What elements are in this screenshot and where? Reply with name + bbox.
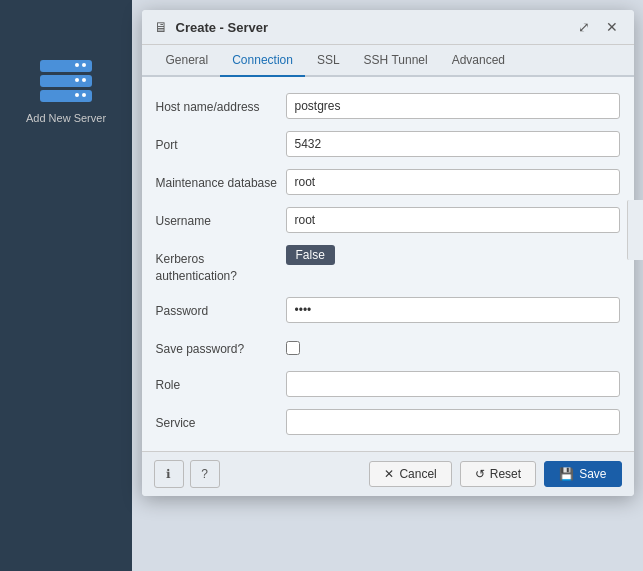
save-button[interactable]: 💾 Save	[544, 461, 621, 487]
label-service: Service	[156, 409, 286, 432]
label-role: Role	[156, 371, 286, 394]
tab-ssh-tunnel[interactable]: SSH Tunnel	[352, 45, 440, 77]
sidebar: Add New Server	[0, 0, 132, 571]
label-password: Password	[156, 297, 286, 320]
label-kerberos: Kerberos authentication?	[156, 245, 286, 285]
host-input[interactable]	[286, 93, 620, 119]
field-row-password: Password	[142, 291, 634, 329]
label-username: Username	[156, 207, 286, 230]
cancel-label: Cancel	[399, 467, 436, 481]
server-dialog-icon: 🖥	[154, 19, 168, 35]
expand-button[interactable]: ⤢	[574, 18, 594, 36]
dialog-footer: ℹ ? ✕ Cancel ↺ Reset 💾 Save	[142, 451, 634, 496]
help-icon: ?	[201, 467, 208, 481]
label-host: Host name/address	[156, 93, 286, 116]
close-button[interactable]: ✕	[602, 18, 622, 36]
server-layer-2	[40, 75, 92, 87]
input-wrap-host	[286, 93, 620, 119]
save-label: Save	[579, 467, 606, 481]
port-input[interactable]	[286, 131, 620, 157]
save-password-checkbox[interactable]	[286, 341, 300, 355]
server-icon[interactable]	[40, 60, 92, 102]
field-row-host: Host name/address	[142, 87, 634, 125]
label-save-password: Save password?	[156, 335, 286, 358]
info-icon: ℹ	[166, 467, 171, 481]
right-panel-hint	[627, 200, 643, 260]
role-input[interactable]	[286, 371, 620, 397]
input-wrap-service	[286, 409, 620, 435]
checkbox-wrap-save-password	[286, 335, 620, 358]
kerberos-control-wrap: False	[286, 245, 620, 265]
field-row-save-password: Save password?	[142, 329, 634, 365]
cancel-icon: ✕	[384, 467, 394, 481]
dialog-title-actions: ⤢ ✕	[574, 18, 622, 36]
server-layer-3	[40, 90, 92, 102]
label-maintenance-db: Maintenance database	[156, 169, 286, 192]
tabs-bar: General Connection SSL SSH Tunnel Advanc…	[142, 45, 634, 77]
info-button[interactable]: ℹ	[154, 460, 184, 488]
field-row-role: Role	[142, 365, 634, 403]
reset-button[interactable]: ↺ Reset	[460, 461, 536, 487]
input-wrap-role	[286, 371, 620, 397]
cancel-button[interactable]: ✕ Cancel	[369, 461, 451, 487]
field-row-service: Service	[142, 403, 634, 441]
field-row-maintenance-db: Maintenance database	[142, 163, 634, 201]
modal-area: 🖥 Create - Server ⤢ ✕ General Connection…	[132, 0, 643, 571]
dialog-title-left: 🖥 Create - Server	[154, 19, 269, 35]
create-server-dialog: 🖥 Create - Server ⤢ ✕ General Connection…	[142, 10, 634, 496]
kerberos-dropdown[interactable]: False	[286, 245, 335, 265]
reset-icon: ↺	[475, 467, 485, 481]
tab-connection[interactable]: Connection	[220, 45, 305, 77]
input-wrap-password	[286, 297, 620, 323]
input-wrap-username	[286, 207, 620, 233]
password-input[interactable]	[286, 297, 620, 323]
save-icon: 💾	[559, 467, 574, 481]
label-port: Port	[156, 131, 286, 154]
help-button[interactable]: ?	[190, 460, 220, 488]
dialog-titlebar: 🖥 Create - Server ⤢ ✕	[142, 10, 634, 45]
field-row-kerberos: Kerberos authentication? False	[142, 239, 634, 291]
dialog-title: Create - Server	[176, 20, 269, 35]
input-wrap-maintenance-db	[286, 169, 620, 195]
tab-advanced[interactable]: Advanced	[440, 45, 517, 77]
maintenance-db-input[interactable]	[286, 169, 620, 195]
field-row-port: Port	[142, 125, 634, 163]
service-input[interactable]	[286, 409, 620, 435]
form-body: Host name/address Port Maintenance datab…	[142, 77, 634, 451]
input-wrap-port	[286, 131, 620, 157]
footer-right: ✕ Cancel ↺ Reset 💾 Save	[369, 461, 621, 487]
server-layer-1	[40, 60, 92, 72]
tab-ssl[interactable]: SSL	[305, 45, 352, 77]
add-new-server-label: Add New Server	[26, 112, 106, 124]
reset-label: Reset	[490, 467, 521, 481]
footer-left: ℹ ?	[154, 460, 220, 488]
field-row-username: Username	[142, 201, 634, 239]
username-input[interactable]	[286, 207, 620, 233]
tab-general[interactable]: General	[154, 45, 221, 77]
